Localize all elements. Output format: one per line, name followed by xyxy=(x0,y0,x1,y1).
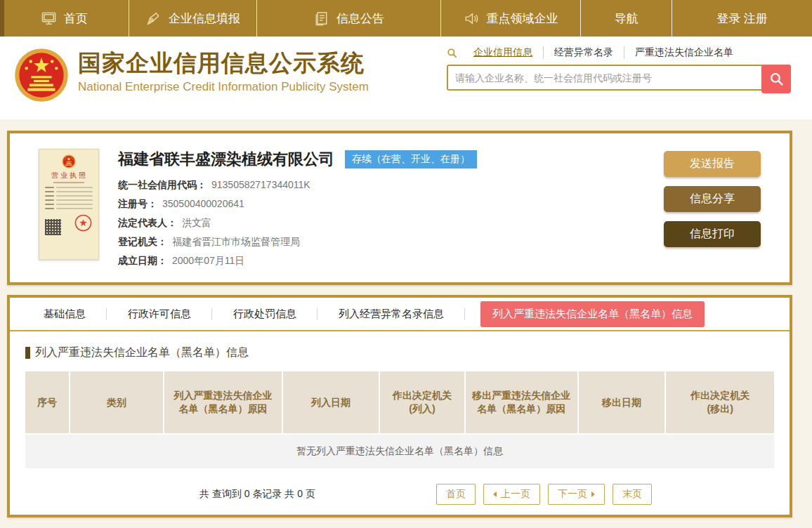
company-info: 福建省联丰盛漂染植绒有限公司 存续（在营、开业、在册） 统一社会信用代码：913… xyxy=(118,149,664,282)
action-button[interactable]: 信息分享 xyxy=(664,186,761,212)
left-arrow-icon xyxy=(493,491,497,497)
search-category-tab[interactable]: 经营异常名录 xyxy=(543,46,624,59)
table-header-cell: 作出决定机关 (移出) xyxy=(666,371,774,433)
table-empty-row: 暂无列入严重违法失信企业名单（黑名单）信息 xyxy=(25,435,774,468)
license-title: 营业执照 xyxy=(46,171,93,180)
search-area: 企业信用信息 经营异常名录 严重违法失信企业名单 xyxy=(447,45,791,119)
field-value: 2000年07月11日 xyxy=(172,255,244,266)
table-header-cell: 列入严重违法失信企业名单（黑名单）原因 xyxy=(164,371,282,433)
field-label: 法定代表人： xyxy=(118,217,177,228)
field-label: 注册号： xyxy=(118,198,157,209)
site-header: 国家企业信用信息公示系统 National Enterprise Credit … xyxy=(0,37,812,119)
monitor-icon xyxy=(41,11,57,27)
field-label: 登记机关： xyxy=(118,236,167,247)
blacklist-section: 列入严重违法失信企业名单（黑名单）信息 序号 类别 列入严重违法失信企业名单（黑… xyxy=(10,331,790,505)
detail-tab[interactable]: 行政许可信息 xyxy=(107,297,212,331)
search-icon xyxy=(769,72,784,86)
pagination-button[interactable]: 末页 xyxy=(613,484,652,505)
company-field: 成立日期：2000年07月11日 xyxy=(118,254,664,267)
search-category-tabs: 企业信用信息 经营异常名录 严重违法失信企业名单 xyxy=(447,46,791,59)
nav-label: 导航 xyxy=(615,11,639,27)
nav-label: 首页 xyxy=(64,11,88,27)
search-input[interactable] xyxy=(448,66,756,89)
right-arrow-icon xyxy=(591,491,595,497)
field-value: 洪文富 xyxy=(182,217,211,228)
nav-item[interactable]: 信息公告 xyxy=(257,0,441,37)
nav-item[interactable]: 首页 xyxy=(0,0,129,37)
detail-tab[interactable]: 列入严重违法失信企业名单（黑名单）信息 xyxy=(480,301,705,327)
section-title: 列入严重违法失信企业名单（黑名单）信息 xyxy=(35,345,249,360)
field-value: 350500400020641 xyxy=(162,198,244,209)
license-subline xyxy=(53,182,84,183)
nav-item[interactable]: 企业信息填报 xyxy=(129,0,257,37)
pagination-button[interactable]: 首页 xyxy=(436,484,476,505)
table-header-cell: 序号 xyxy=(25,371,70,433)
pen-icon xyxy=(145,11,162,27)
action-button[interactable]: 信息打印 xyxy=(664,221,761,247)
section-marker xyxy=(25,347,30,359)
field-value: 91350582717344011K xyxy=(211,179,310,190)
license-red-stamp-icon xyxy=(74,213,93,235)
company-field: 统一社会信用代码：91350582717344011K xyxy=(118,178,664,191)
nav-item[interactable]: 导航 xyxy=(581,0,672,37)
blacklist-table-header: 序号 类别 列入严重违法失信企业名单（黑名单）原因 列入日期 作出决定机关 (列… xyxy=(25,371,774,433)
table-header-cell: 移出严重违法失信企业名单（黑名单）原因 xyxy=(466,371,579,433)
company-summary-card: 营业执照 福建省联丰盛漂染植绒有限公司 存续（在营、开业、在册） 统一社会信用代… xyxy=(7,131,792,285)
field-value: 福建省晋江市市场监督管理局 xyxy=(172,236,300,247)
detail-tab[interactable]: 基础信息 xyxy=(22,297,107,331)
pagination-button[interactable]: 下一页 xyxy=(548,484,605,505)
pagination-buttons: 首页 上一页 下一页 末页 xyxy=(436,484,652,505)
speaker-icon xyxy=(464,11,480,27)
company-field: 注册号：350500400020641 xyxy=(118,197,664,210)
pagination-summary: 共 查询到 0 条记录 共 0 页 xyxy=(199,488,315,501)
table-header-cell: 列入日期 xyxy=(283,371,381,433)
search-box xyxy=(447,65,791,91)
table-header-cell: 类别 xyxy=(70,371,164,433)
search-category-tab[interactable]: 企业信用信息 xyxy=(463,46,543,59)
field-label: 统一社会信用代码： xyxy=(118,179,207,190)
nav-label: 登录 注册 xyxy=(716,11,768,27)
business-license-image: 营业执照 xyxy=(39,149,99,260)
status-badge: 存续（在营、开业、在册） xyxy=(345,150,477,169)
pagination: 共 查询到 0 条记录 共 0 页 首页 上一页 下一页 末页 xyxy=(25,484,774,505)
table-header-cell: 移出日期 xyxy=(579,371,667,433)
detail-tab[interactable]: 行政处罚信息 xyxy=(212,297,317,331)
company-fields: 统一社会信用代码：91350582717344011K 注册号：35050040… xyxy=(118,178,664,267)
brand: 国家企业信用信息公示系统 National Enterprise Credit … xyxy=(14,45,369,119)
pagination-button[interactable]: 上一页 xyxy=(483,484,540,505)
nav-item[interactable]: 登录 注册 xyxy=(672,0,812,37)
national-emblem-logo xyxy=(14,45,69,103)
site-title: 国家企业信用信息公示系统 xyxy=(78,48,369,79)
document-icon xyxy=(313,11,329,27)
nav-item[interactable]: 重点领域企业 xyxy=(441,0,581,37)
field-label: 成立日期： xyxy=(118,255,167,266)
company-field: 登记机关：福建省晋江市市场监督管理局 xyxy=(118,235,664,248)
nav-label: 信息公告 xyxy=(336,11,384,27)
search-icon xyxy=(447,48,457,58)
company-field: 法定代表人：洪文富 xyxy=(118,216,664,229)
search-button[interactable] xyxy=(761,65,791,93)
company-name: 福建省联丰盛漂染植绒有限公司 xyxy=(118,149,334,170)
action-button[interactable]: 发送报告 xyxy=(664,151,761,177)
top-navigation: 首页 企业信息填报 信息公告 重点领域企业 导航 登录 注册 xyxy=(0,0,812,37)
detail-tabs: 基础信息 行政许可信息 行政处罚信息 列入经营异常名录信息 列入严重违法失信企业… xyxy=(10,298,790,331)
search-category-tab[interactable]: 严重违法失信企业名单 xyxy=(624,46,744,59)
license-qr-code xyxy=(45,219,61,235)
company-detail-card: 基础信息 行政许可信息 行政处罚信息 列入经营异常名录信息 列入严重违法失信企业… xyxy=(7,295,792,517)
brand-text: 国家企业信用信息公示系统 National Enterprise Credit … xyxy=(78,48,369,94)
table-header-cell: 作出决定机关 (列入) xyxy=(380,371,466,433)
company-action-buttons: 发送报告 信息分享 信息打印 xyxy=(664,149,761,282)
site-subtitle: National Enterprise Credit Information P… xyxy=(78,80,369,94)
detail-tab[interactable]: 列入经营异常名录信息 xyxy=(317,297,465,331)
section-title-row: 列入严重违法失信企业名单（黑名单）信息 xyxy=(25,345,774,360)
license-emblem-icon xyxy=(45,154,93,169)
nav-label: 重点领域企业 xyxy=(487,11,558,27)
nav-label: 企业信息填报 xyxy=(169,11,240,27)
